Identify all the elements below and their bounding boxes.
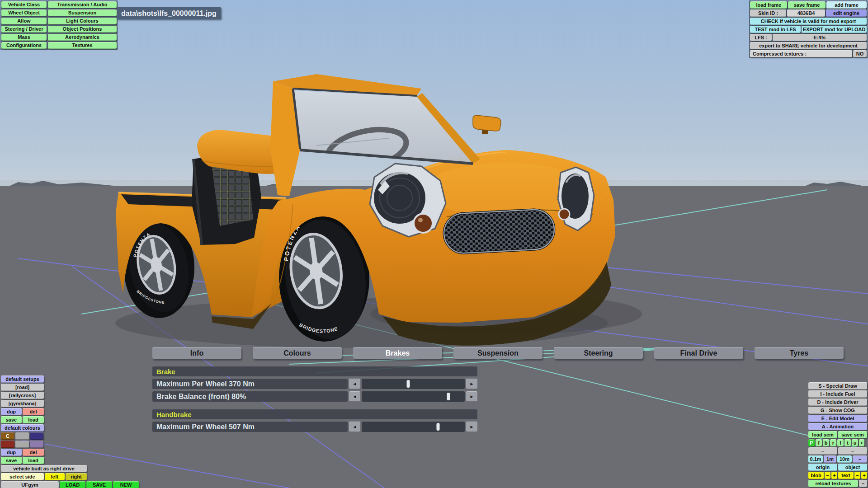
menu-button-wheel-object[interactable]: Wheel Object bbox=[1, 9, 47, 16]
mode-animation[interactable]: A - Animation bbox=[808, 423, 867, 430]
share-export-button[interactable]: export to SHARE vehicle for development bbox=[750, 42, 867, 49]
new-vehicle-button[interactable]: NEW bbox=[113, 481, 139, 488]
object-button[interactable]: object bbox=[838, 464, 867, 471]
colour-swatch[interactable] bbox=[30, 441, 43, 448]
text-minus-button[interactable]: – bbox=[854, 472, 860, 479]
side-left-button[interactable]: left bbox=[45, 473, 65, 480]
colour-swatch-current[interactable]: C bbox=[1, 432, 14, 440]
tab-info[interactable]: Info bbox=[152, 347, 241, 359]
tab-suspension[interactable]: Suspension bbox=[453, 347, 542, 359]
menu-button-textures[interactable]: Textures bbox=[48, 42, 117, 49]
menu-button-vehicle-class[interactable]: Vehicle Class bbox=[1, 1, 47, 8]
setup-dup-button[interactable]: dup bbox=[1, 408, 22, 415]
brake-max-per-wheel-slider[interactable] bbox=[362, 379, 465, 389]
colour-save-button[interactable]: save bbox=[1, 457, 22, 464]
view-key-t[interactable]: t bbox=[844, 439, 851, 446]
colour-swatch[interactable] bbox=[30, 432, 43, 440]
add-frame-button[interactable]: add frame bbox=[826, 1, 867, 9]
blob-button[interactable]: blob bbox=[808, 472, 824, 479]
handbrake-max-per-wheel-slider[interactable] bbox=[362, 422, 465, 432]
compressed-textures-toggle[interactable]: NO bbox=[853, 50, 867, 57]
slider-right-arrow-icon[interactable]: ► bbox=[466, 379, 477, 389]
menu-button-object-positions[interactable]: Object Positions bbox=[48, 26, 117, 33]
test-mod-button[interactable]: TEST mod in LFS bbox=[750, 26, 801, 33]
view-key-p[interactable]: P bbox=[808, 439, 815, 446]
setup-rallycross-button[interactable]: [rallycross] bbox=[1, 392, 44, 399]
slider-right-arrow-icon[interactable]: ► bbox=[466, 391, 477, 402]
load-frame-button[interactable]: load frame bbox=[750, 1, 787, 9]
setup-del-button[interactable]: del bbox=[23, 408, 44, 415]
view-key-b[interactable]: b bbox=[823, 439, 829, 446]
view-key-l[interactable]: l bbox=[837, 439, 844, 446]
view-key-r[interactable]: r bbox=[830, 439, 836, 446]
mode-edit-model[interactable]: E - Edit Model bbox=[808, 415, 867, 422]
scale-1m-button[interactable]: 1m bbox=[824, 455, 836, 463]
skin-id-value[interactable]: 4836B4 bbox=[787, 9, 825, 17]
side-right-button[interactable]: right bbox=[66, 473, 87, 480]
slider-left-arrow-icon[interactable]: ◄ bbox=[349, 422, 360, 432]
setup-load-button[interactable]: load bbox=[23, 416, 44, 423]
dash-button[interactable]: – bbox=[808, 447, 837, 455]
view-key-u[interactable]: u bbox=[852, 439, 858, 446]
lfs-path-value[interactable]: E:/lfs bbox=[773, 34, 867, 41]
tab-final-drive[interactable]: Final Drive bbox=[654, 347, 743, 359]
view-key-f[interactable]: f bbox=[816, 439, 822, 446]
toggle-include-driver[interactable]: D - Include Driver bbox=[808, 399, 867, 406]
toggle-special-draw[interactable]: S - Special Draw bbox=[808, 382, 867, 389]
indicator-left bbox=[414, 214, 433, 233]
blob-plus-button[interactable]: + bbox=[831, 472, 837, 479]
colour-swatch[interactable] bbox=[1, 441, 14, 448]
tab-colours[interactable]: Colours bbox=[253, 347, 342, 359]
slider-thumb[interactable] bbox=[447, 393, 450, 400]
brake-balance-slider[interactable] bbox=[362, 391, 465, 402]
save-vehicle-button[interactable]: SAVE bbox=[86, 481, 112, 488]
menu-button-configurations[interactable]: Configurations bbox=[1, 42, 47, 49]
setup-save-button[interactable]: save bbox=[1, 416, 22, 423]
scale-0-1m-button[interactable]: 0.1m bbox=[808, 455, 823, 463]
menu-button-steering-driver[interactable]: Steering / Driver bbox=[1, 26, 47, 33]
check-export-button[interactable]: CHECK if vehicle is valid for mod export bbox=[750, 18, 867, 25]
reload-dash-button[interactable]: – bbox=[859, 480, 867, 487]
save-frame-button[interactable]: save frame bbox=[788, 1, 825, 9]
dash-button[interactable]: – bbox=[838, 447, 867, 455]
slider-thumb[interactable] bbox=[406, 380, 410, 388]
toggle-include-fuel[interactable]: I - Include Fuel bbox=[808, 390, 867, 398]
menu-button-light-colours[interactable]: Light Colours bbox=[48, 18, 117, 24]
vehicle-name-button[interactable]: UFgym bbox=[1, 481, 59, 488]
colour-dup-button[interactable]: dup bbox=[1, 449, 22, 456]
reload-textures-button[interactable]: reload textures bbox=[808, 480, 858, 487]
save-scm-button[interactable]: save scm bbox=[838, 431, 867, 438]
scale-10m-button[interactable]: 10m bbox=[837, 455, 852, 463]
toggle-show-cog[interactable]: G - Show COG bbox=[808, 407, 867, 414]
slider-thumb[interactable] bbox=[436, 423, 439, 431]
setup-road-button[interactable]: [road] bbox=[1, 384, 44, 391]
blob-minus-button[interactable]: – bbox=[825, 472, 830, 479]
text-plus-button[interactable]: + bbox=[861, 472, 867, 479]
dot-icon[interactable]: • bbox=[859, 439, 864, 446]
edit-engine-button[interactable]: edit engine bbox=[826, 9, 867, 17]
menu-button-aerodynamics[interactable]: Aerodynamics bbox=[48, 34, 117, 41]
slider-left-arrow-icon[interactable]: ◄ bbox=[349, 379, 360, 389]
menu-button-suspension[interactable]: Suspension bbox=[48, 9, 117, 16]
menu-button-transmission-audio[interactable]: Transmission / Audio bbox=[48, 1, 117, 8]
origin-button[interactable]: origin bbox=[808, 464, 837, 471]
load-scm-button[interactable]: load scm bbox=[808, 431, 837, 438]
tab-steering[interactable]: Steering bbox=[554, 347, 643, 359]
slider-right-arrow-icon[interactable]: ► bbox=[466, 422, 477, 432]
text-button[interactable]: text bbox=[838, 472, 854, 479]
colour-swatch[interactable] bbox=[15, 441, 29, 448]
tab-brakes[interactable]: Brakes bbox=[353, 347, 442, 359]
setup-gymkhana-button[interactable]: [gymkhana] bbox=[1, 400, 44, 407]
default-colours-header: default colours bbox=[1, 424, 44, 432]
colour-del-button[interactable]: del bbox=[23, 449, 44, 456]
setup-tab-bar: Info Colours Brakes Suspension Steering … bbox=[152, 347, 844, 359]
scale-dash-button[interactable]: – bbox=[853, 455, 867, 463]
colour-swatch[interactable] bbox=[15, 432, 29, 440]
tab-tyres[interactable]: Tyres bbox=[755, 347, 844, 359]
colour-load-button[interactable]: load bbox=[23, 457, 44, 464]
export-mod-button[interactable]: EXPORT mod for UPLOAD bbox=[802, 26, 867, 33]
slider-left-arrow-icon[interactable]: ◄ bbox=[349, 391, 360, 402]
menu-button-mass[interactable]: Mass bbox=[1, 34, 47, 41]
load-vehicle-button[interactable]: LOAD bbox=[60, 481, 85, 488]
menu-button-allow[interactable]: Allow bbox=[1, 18, 47, 24]
